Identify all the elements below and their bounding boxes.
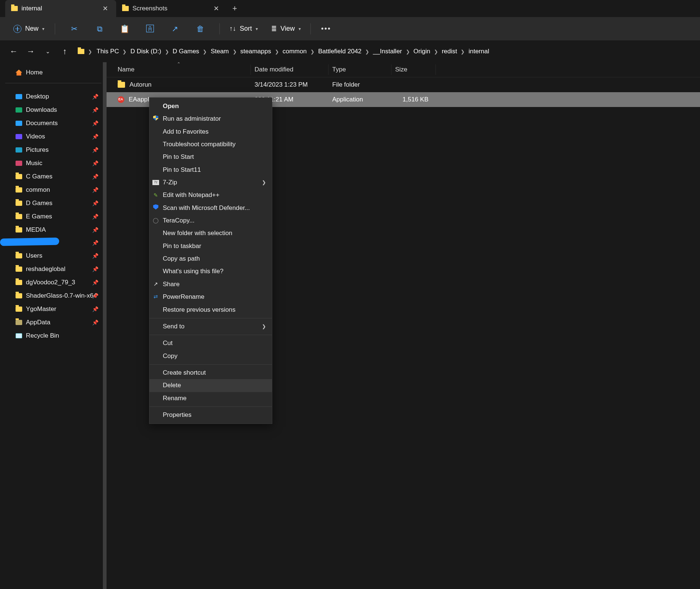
scrollbar[interactable] <box>103 62 107 589</box>
context-menu: OpenRun as administratorAdd to Favorites… <box>149 97 272 424</box>
sidebar-item[interactable]: reshadeglobal📌 <box>0 262 107 276</box>
add-tab-button[interactable]: + <box>227 4 242 13</box>
breadcrumb-item[interactable]: internal <box>465 46 492 56</box>
menu-item[interactable]: Cut <box>149 337 272 349</box>
menu-item[interactable]: ⇄PowerRename <box>149 291 272 303</box>
menu-item[interactable]: Copy <box>149 350 272 362</box>
sidebar-item[interactable]: C Games📌 <box>0 170 107 183</box>
copy-icon[interactable]: ⧉ <box>91 22 108 36</box>
menu-item-label: TeraCopy... <box>163 216 195 225</box>
file-row[interactable]: Autorun3/14/2023 1:23 PMFile folder <box>107 77 700 92</box>
folder-icon <box>78 49 84 54</box>
file-type: File folder <box>329 80 391 89</box>
paste-icon[interactable]: 📋 <box>117 22 133 36</box>
folder-icon <box>16 293 22 298</box>
breadcrumb-item[interactable]: Battlefield 2042 <box>315 46 364 56</box>
menu-item[interactable]: 7z7-Zip❯ <box>149 176 272 189</box>
sidebar-item[interactable]: YgoMaster📌 <box>0 302 107 316</box>
sidebar-item[interactable]: Desktop📌 <box>0 90 107 103</box>
share-icon[interactable]: ↗ <box>167 22 183 36</box>
file-name: Autorun <box>129 81 152 88</box>
sort-button[interactable]: ↑↓ Sort ▾ <box>226 23 261 35</box>
column-size[interactable]: Size <box>391 64 436 75</box>
pin-icon: 📌 <box>92 120 98 126</box>
recent-button[interactable]: ⌄ <box>40 48 55 55</box>
menu-item[interactable]: Pin to taskbar <box>149 240 272 252</box>
home-icon <box>16 70 22 76</box>
rename-icon[interactable]: 🄰 <box>142 22 158 36</box>
sidebar-item[interactable]: Users📌 <box>0 249 107 262</box>
sidebar-item[interactable]: ShaderGlass-0.7-win-x64📌 <box>0 289 107 302</box>
column-date[interactable]: Date modified <box>251 64 329 75</box>
breadcrumb-item[interactable]: steamapps <box>238 46 274 56</box>
menu-item-label: Add to Favorites <box>163 127 209 137</box>
sidebar-item[interactable]: D Games📌 <box>0 197 107 210</box>
breadcrumb-item[interactable]: D Games <box>170 46 202 56</box>
sidebar-item[interactable]: Downloads📌 <box>0 103 107 117</box>
more-button[interactable]: ••• <box>317 24 335 33</box>
menu-item[interactable]: Copy as path <box>149 252 272 265</box>
forward-button[interactable]: → <box>23 47 38 56</box>
breadcrumb-item[interactable]: This PC <box>94 46 122 56</box>
menu-item[interactable]: Rename <box>149 392 272 405</box>
sidebar-item[interactable]: MEDIA📌 <box>0 223 107 237</box>
menu-item[interactable]: Open <box>149 100 272 113</box>
sidebar-item[interactable]: Pictures📌 <box>0 143 107 157</box>
menu-item[interactable]: ↗Share <box>149 278 272 291</box>
close-icon[interactable]: ✕ <box>100 4 110 13</box>
view-button[interactable]: ≣ View ▾ <box>268 23 304 35</box>
menu-item[interactable]: ✎Edit with Notepad++ <box>149 189 272 201</box>
breadcrumb-item[interactable]: Origin <box>411 46 433 56</box>
delete-icon[interactable]: 🗑 <box>192 22 208 36</box>
menu-item[interactable]: New folder with selection <box>149 227 272 240</box>
sidebar-item-home[interactable]: Home <box>0 66 107 79</box>
sidebar-item[interactable]: AppData📌 <box>0 316 107 329</box>
breadcrumb-item[interactable]: __Installer <box>370 46 405 56</box>
cut-icon[interactable]: ✂ <box>66 22 83 36</box>
folder-icon <box>122 6 129 11</box>
sidebar-item[interactable]: E Games📌 <box>0 210 107 223</box>
breadcrumb-item[interactable]: D Disk (D:) <box>127 46 164 56</box>
sidebar-item[interactable]: Recycle Bin <box>0 329 107 342</box>
pr-icon: ⇄ <box>152 293 159 301</box>
menu-item[interactable]: Send to❯ <box>149 320 272 333</box>
sidebar-item-label: dgVoodoo2_79_3 <box>26 279 75 286</box>
menu-item[interactable]: What's using this file? <box>149 265 272 278</box>
menu-item[interactable]: ◯TeraCopy... <box>149 214 272 227</box>
menu-item[interactable]: Pin to Start11 <box>149 164 272 176</box>
sidebar-item[interactable]: Videos📌 <box>0 130 107 143</box>
menu-item[interactable]: Pin to Start <box>149 151 272 163</box>
tab-internal[interactable]: internal ✕ <box>5 0 116 17</box>
menu-item[interactable]: Create shortcut <box>149 367 272 379</box>
chevron-down-icon: ▾ <box>42 26 44 31</box>
menu-item[interactable]: Properties <box>149 409 272 421</box>
sidebar-item[interactable]: dgVoodoo2_79_3📌 <box>0 276 107 289</box>
folder-icon <box>16 280 22 285</box>
sidebar-item[interactable]: common📌 <box>0 183 107 197</box>
menu-item[interactable]: Delete <box>149 379 272 392</box>
back-button[interactable]: ← <box>6 47 21 56</box>
menu-item[interactable]: Troubleshoot compatibility <box>149 138 272 151</box>
breadcrumb-item[interactable]: Steam <box>208 46 232 56</box>
column-name[interactable]: Name <box>114 64 251 75</box>
close-icon[interactable]: ✕ <box>211 4 221 13</box>
new-button[interactable]: New ▾ <box>10 23 48 35</box>
menu-item-label: Create shortcut <box>163 368 206 378</box>
menu-item[interactable]: Run as administrator <box>149 113 272 125</box>
breadcrumb[interactable]: ❯ This PC❯D Disk (D:)❯D Games❯Steam❯stea… <box>78 48 492 55</box>
column-type[interactable]: Type <box>329 64 391 75</box>
up-button[interactable]: ↑ <box>57 47 73 56</box>
separator <box>310 23 311 34</box>
sidebar-item-label: Users <box>26 252 42 260</box>
sidebar-item[interactable]: Documents📌 <box>0 117 107 130</box>
menu-item[interactable]: Add to Favorites <box>149 126 272 138</box>
menu-item[interactable]: Scan with Microsoft Defender... <box>149 202 272 214</box>
sidebar-item[interactable]: 📌 <box>0 237 107 249</box>
tab-screenshots[interactable]: Screenshots ✕ <box>116 0 227 17</box>
breadcrumb-item[interactable]: redist <box>439 46 460 56</box>
pin-icon: 📌 <box>92 266 98 272</box>
menu-item[interactable]: Restore previous versions <box>149 304 272 316</box>
sidebar-item[interactable]: Music📌 <box>0 157 107 170</box>
sort-indicator-icon: ⌃ <box>177 61 181 67</box>
breadcrumb-item[interactable]: common <box>280 46 310 56</box>
